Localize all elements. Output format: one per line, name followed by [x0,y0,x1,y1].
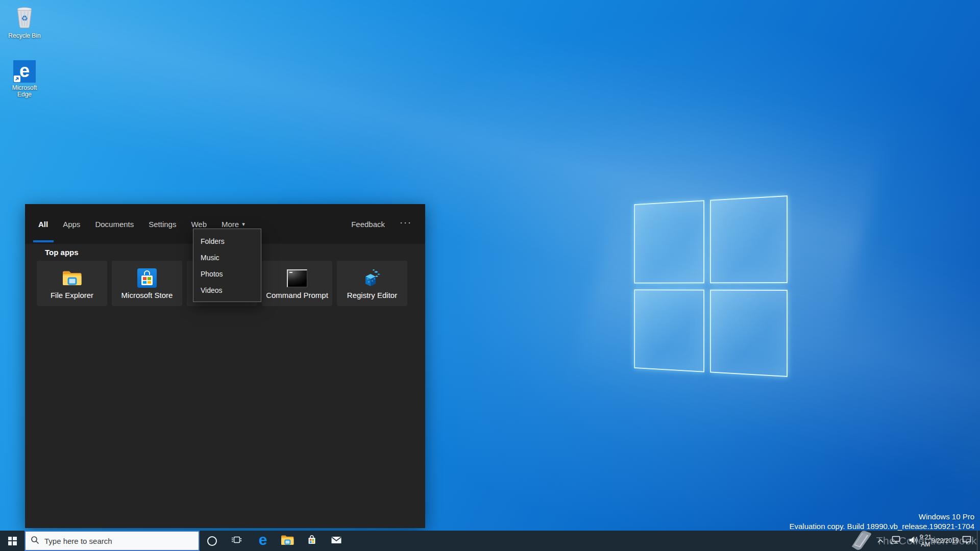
desktop-icon-label: Recycle Bin [8,33,40,39]
tray-overflow-button[interactable] [874,531,887,551]
action-center-icon [962,535,972,546]
taskbar: e [0,531,980,551]
menu-item-music[interactable]: Music [193,249,261,266]
command-prompt-icon [287,267,307,289]
feedback-button[interactable]: Feedback [351,204,385,244]
tab-apps[interactable]: Apps [63,204,80,244]
task-view-button[interactable] [224,531,249,551]
taskbar-mail-button[interactable] [324,531,349,551]
windows-logo-icon [8,537,17,545]
shortcut-arrow-icon [14,76,20,82]
logo-pane [634,200,704,283]
logo-pane [710,289,788,377]
clock[interactable]: 9:21 AM 9/22/2019 [922,531,957,551]
logo-pane [634,289,704,372]
tab-documents[interactable]: Documents [95,204,134,244]
taskbar-search-box[interactable] [24,531,200,551]
start-search-panel: All Apps Documents Settings Web More ▾ F… [25,204,425,528]
network-icon [890,535,901,546]
edge-icon: e [13,60,36,83]
system-tray: 9:21 AM 9/22/2019 [874,531,980,551]
svg-text:♻: ♻ [21,14,28,23]
menu-item-folders[interactable]: Folders [193,233,261,249]
speaker-icon [908,536,919,546]
tile-registry-editor[interactable]: Registry Editor [337,261,407,306]
menu-item-photos[interactable]: Photos [193,266,261,282]
start-button[interactable] [0,531,24,551]
file-explorer-icon [280,534,295,548]
cortana-button[interactable] [200,531,224,551]
tray-date: 9/22/2019 [932,537,959,544]
desktop-icon-label: Microsoft Edge [8,85,41,98]
show-desktop-button[interactable] [977,531,980,551]
search-input[interactable] [44,537,193,545]
tile-microsoft-store[interactable]: Microsoft Store [112,261,182,306]
taskbar-store-button[interactable] [300,531,324,551]
more-options-icon[interactable]: ··· [400,217,412,231]
microsoft-store-icon [137,267,157,289]
file-explorer-icon [61,267,83,289]
registry-editor-icon [361,267,383,289]
recycle-bin-icon: ♻ [14,4,35,31]
search-icon [31,536,39,546]
tray-time: 9:21 AM [920,534,932,548]
taskbar-file-explorer-button[interactable] [275,531,300,551]
taskbar-edge-button[interactable]: e [251,531,275,551]
tile-command-prompt[interactable]: Command Prompt [262,261,332,306]
edge-icon: e [259,532,267,547]
tab-settings[interactable]: Settings [149,204,176,244]
cortana-icon [207,536,217,546]
task-view-icon [230,535,242,546]
chevron-up-icon [877,536,884,545]
action-center-button[interactable] [957,531,977,551]
desktop-icon-microsoft-edge[interactable]: e Microsoft Edge [4,60,45,98]
tab-all[interactable]: All [38,204,48,244]
network-button[interactable] [887,531,904,551]
evaluation-watermark: Windows 10 Pro Evaluation copy. Build 18… [790,512,975,531]
mail-icon [331,536,342,546]
desktop-icon-recycle-bin[interactable]: ♻ Recycle Bin [4,4,45,39]
tile-file-explorer[interactable]: File Explorer [37,261,107,306]
more-dropdown-menu: Folders Music Photos Videos [193,229,261,302]
menu-item-videos[interactable]: Videos [193,282,261,298]
windows-logo-wallpaper [634,195,788,377]
microsoft-store-icon [306,535,317,547]
top-apps-heading: Top apps [45,248,79,257]
logo-pane [710,195,788,283]
chevron-down-icon: ▾ [242,221,245,228]
